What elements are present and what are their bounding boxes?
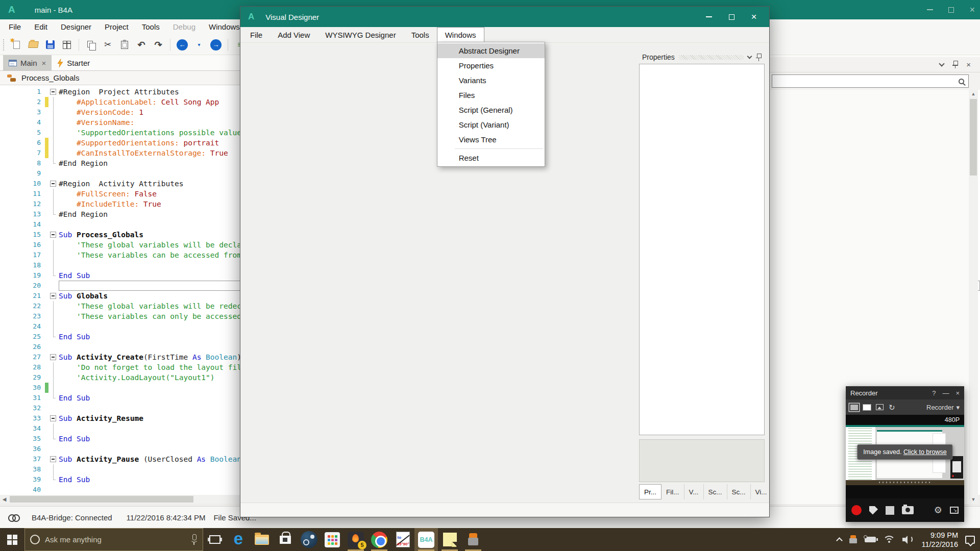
tray-chevron-icon[interactable] [836,537,843,544]
fold-collapse-icon[interactable] [50,232,56,238]
right-panel-scrollbar[interactable]: ▲ ▼ [969,90,978,504]
steam-icon[interactable] [297,528,321,551]
menu-project[interactable]: Project [98,19,135,35]
resize-icon[interactable]: ↘ [950,507,959,514]
dock-tab-sc[interactable]: Sc... [727,484,751,499]
scroll-down-icon[interactable]: ▼ [969,495,978,504]
cad-icon[interactable]: to45°90° [391,528,414,551]
menu-item-files[interactable]: Files [437,88,545,103]
tab-starter[interactable]: Starter [52,55,95,70]
properties-panel-body[interactable] [639,64,765,435]
appgrid-icon[interactable] [321,528,344,551]
cortana-search-box[interactable]: Ask me anything [24,528,203,551]
fold-collapse-icon[interactable] [50,89,56,95]
code-horizontal-scrollbar[interactable]: ◀ [0,495,240,504]
fold-collapse-icon[interactable] [50,293,56,299]
capture-region-icon[interactable] [850,405,858,410]
scroll-left-icon[interactable]: ◀ [0,495,9,504]
menu-designer[interactable]: Designer [54,19,98,35]
menu-item-properties[interactable]: Properties [437,58,545,73]
cut-icon[interactable]: ✂ [101,38,114,52]
dock-tab-sc[interactable]: Sc... [704,484,727,499]
gear-icon[interactable]: ⚙ [934,506,942,515]
edge-icon[interactable] [227,528,250,551]
panel-drag-handle[interactable] [679,55,744,60]
recorder-titlebar[interactable]: Recorder ? — × [846,386,964,399]
new-icon[interactable] [10,38,23,52]
image-saved-tooltip[interactable]: Image saved. Click to browse [857,444,952,460]
dock-tab-pr[interactable]: Pr... [639,484,662,499]
recorder-mode-dropdown[interactable]: Recorder ▾ [926,404,960,411]
copy-icon[interactable] [84,38,97,52]
tag-icon[interactable] [869,506,878,515]
menu-item-script-general[interactable]: Script (General) [437,103,545,117]
minimize-icon[interactable] [698,9,720,24]
tab-close-icon[interactable]: × [42,59,46,67]
maximize-icon[interactable] [720,9,743,24]
paste-icon[interactable] [118,38,131,52]
camera-icon[interactable] [902,506,914,514]
nav-drop-icon[interactable]: ▾ [192,38,206,52]
designer-menu-add-view[interactable]: Add View [270,27,317,42]
chevron-down-icon[interactable] [939,61,945,66]
menu-item-reset[interactable]: Reset [437,151,545,165]
panel-close-icon[interactable]: × [966,61,971,68]
tray-clock[interactable]: 9:09 PM 11/22/2016 [922,531,959,549]
stop-icon[interactable] [886,506,894,515]
dock-tab-v[interactable]: V... [684,484,704,499]
close-icon[interactable]: × [743,9,765,24]
start-button[interactable] [0,528,24,551]
menu-item-abstract-designer[interactable]: Abstract Designer [437,43,545,58]
menu-item-script-variant[interactable]: Script (Variant) [437,117,545,132]
wifi-icon[interactable] [883,536,895,543]
action-center-icon[interactable] [965,536,975,544]
menu-debug[interactable]: Debug [166,19,202,35]
notes-icon[interactable] [438,528,461,551]
close-icon[interactable]: × [969,5,975,14]
menu-tools[interactable]: Tools [135,19,166,35]
minimize-icon[interactable] [927,9,933,10]
designer-menu-windows[interactable]: WindowsAbstract DesignerPropertiesVarian… [437,27,484,42]
scrollbar-thumb[interactable] [970,99,977,176]
menu-edit[interactable]: Edit [28,19,54,35]
pin-icon[interactable] [755,54,762,61]
store-icon[interactable] [274,528,297,551]
toolbar-grip[interactable] [3,39,5,51]
recorder-preview[interactable]: Image saved. Click to browse [846,425,964,485]
taskview-icon[interactable] [203,528,227,551]
capture-window-icon[interactable] [863,405,871,410]
dock-tab-fil[interactable]: Fil... [662,484,684,499]
fold-collapse-icon[interactable] [50,456,56,462]
refresh-icon[interactable]: ↻ [889,404,895,411]
redo-icon[interactable]: ↷ [152,38,165,52]
nav-back-icon[interactable]: ← [176,38,189,52]
volume-icon[interactable] [902,535,915,544]
menu-item-variants[interactable]: Variants [437,73,545,88]
fold-collapse-icon[interactable] [50,354,56,360]
properties-panel-header[interactable]: Properties [639,51,765,64]
fold-collapse-icon[interactable] [50,415,56,421]
flame-icon[interactable]: 5 [344,528,368,551]
nav-forward-icon[interactable]: → [209,38,223,52]
maximize-icon[interactable] [948,7,954,13]
close-icon[interactable]: × [955,389,960,397]
fold-collapse-icon[interactable] [50,181,56,187]
designer-menu-tools[interactable]: Tools [404,27,437,42]
explorer-icon[interactable] [250,528,274,551]
undo-icon[interactable]: ↶ [135,38,148,52]
search-input[interactable] [772,74,969,88]
package-icon[interactable] [60,38,74,52]
chrome-icon[interactable] [368,528,391,551]
dock-tab-vi[interactable]: Vi... [751,484,772,499]
click-to-browse-link[interactable]: Click to browse [903,448,947,456]
menu-file[interactable]: File [2,19,28,35]
designer-menu-wysiwyg-designer[interactable]: WYSIWYG Designer [317,27,403,42]
save-icon[interactable] [43,38,57,52]
microphone-icon[interactable] [190,534,198,545]
b4a-icon[interactable]: B4A [414,528,438,551]
chevron-down-icon[interactable] [747,54,752,59]
scrollbar-thumb[interactable] [10,496,193,503]
minimize-icon[interactable]: — [942,389,949,397]
robot-icon[interactable] [461,528,485,551]
tray-robot-icon[interactable] [849,535,857,544]
